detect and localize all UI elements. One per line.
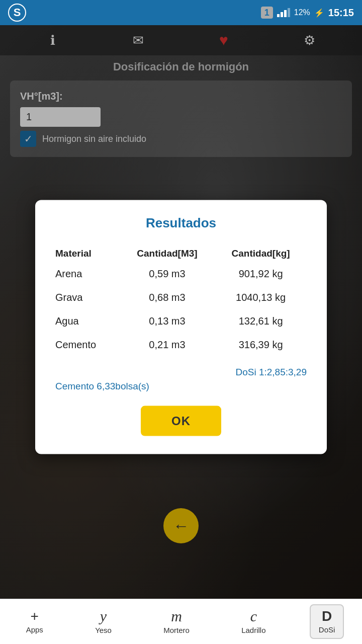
cell-material: Arena [55, 262, 120, 286]
nav-item-mortero[interactable]: m Mortero [155, 605, 198, 638]
signal-icon [277, 8, 290, 17]
cell-m3: 0,13 m3 [120, 309, 215, 333]
ok-button[interactable]: OK [141, 406, 221, 436]
nav-item-ladrillo[interactable]: c Ladrillo [233, 605, 274, 638]
nav-label-dosi: DoSi [319, 625, 335, 634]
cell-kg: 901,92 kg [215, 262, 307, 286]
col-m3: Cantidad[M3] [120, 245, 215, 262]
dialog-title: Resultados [55, 215, 307, 231]
table-row: Agua 0,13 m3 132,61 kg [55, 309, 307, 333]
cell-kg: 316,39 kg [215, 333, 307, 357]
ladrillo-icon: c [250, 609, 257, 624]
cell-kg: 132,61 kg [215, 309, 307, 333]
cemento-label: Cemento 6,33bolsa(s) [55, 381, 307, 392]
status-right: 1 12% ⚡ 15:15 [261, 7, 354, 19]
yeso-icon: y [100, 609, 107, 624]
nav-label-yeso: Yeso [95, 626, 112, 634]
nav-item-dosi[interactable]: D DoSi [310, 604, 344, 639]
status-bar: S 1 12% ⚡ 15:15 [0, 0, 362, 25]
table-row: Arena 0,59 m3 901,92 kg [55, 262, 307, 286]
apps-icon: + [31, 609, 39, 623]
battery-icon: ⚡ [314, 8, 324, 18]
nav-item-yeso[interactable]: y Yeso [87, 605, 120, 638]
table-header-row: Material Cantidad[M3] Cantidad[kg] [55, 245, 307, 262]
table-row: Grava 0,68 m3 1040,13 kg [55, 286, 307, 309]
cell-kg: 1040,13 kg [215, 286, 307, 309]
status-left: S [8, 4, 26, 22]
carrier-icon: 1 [261, 7, 273, 19]
app-logo: S [8, 4, 26, 22]
cell-m3: 0,68 m3 [120, 286, 215, 309]
nav-item-apps[interactable]: + Apps [18, 605, 51, 638]
col-material: Material [55, 245, 120, 262]
col-kg: Cantidad[kg] [215, 245, 307, 262]
nav-label-mortero: Mortero [163, 626, 190, 634]
cell-material: Agua [55, 309, 120, 333]
battery-indicator: 12% [294, 8, 310, 17]
clock: 15:15 [328, 7, 354, 19]
cell-material: Cemento [55, 333, 120, 357]
bottom-navigation: + Apps y Yeso m Mortero c Ladrillo D DoS… [0, 599, 362, 644]
cell-material: Grava [55, 286, 120, 309]
mortero-icon: m [171, 609, 182, 624]
dosi-nav-icon: D [322, 609, 332, 623]
results-dialog: Resultados Material Cantidad[M3] Cantida… [35, 200, 327, 454]
table-row: Cemento 0,21 m3 316,39 kg [55, 333, 307, 357]
results-table: Material Cantidad[M3] Cantidad[kg] Arena… [55, 245, 307, 357]
nav-label-apps: Apps [26, 625, 43, 634]
dosi-label: DoSi 1:2,85:3,29 [55, 367, 307, 378]
cell-m3: 0,21 m3 [120, 333, 215, 357]
cell-m3: 0,59 m3 [120, 262, 215, 286]
nav-label-ladrillo: Ladrillo [241, 626, 265, 634]
